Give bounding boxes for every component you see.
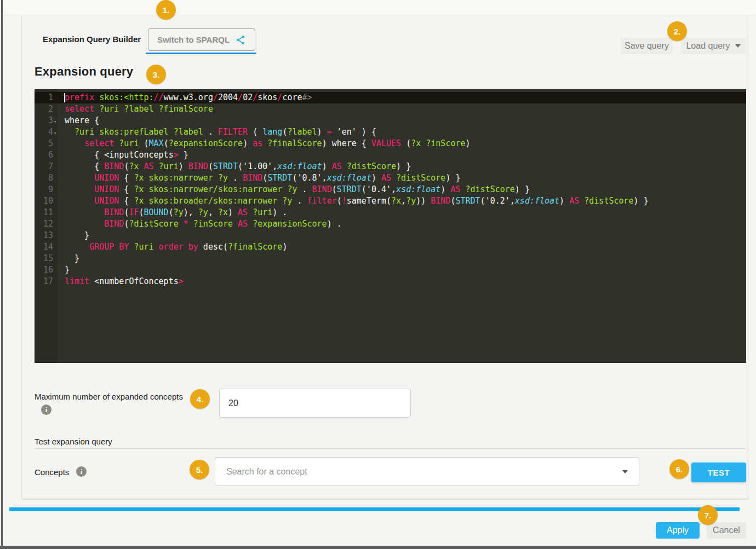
line-number: 7: [35, 161, 58, 172]
code-text: ?uri skos:prefLabel ?label . FILTER ( la…: [58, 126, 376, 138]
active-tab-underline: [146, 53, 256, 54]
load-query-label: Load query: [686, 41, 730, 51]
line-number: 11: [35, 207, 58, 218]
text-cursor: [64, 93, 65, 102]
code-line-5: 5 select ?uri (MAX(?expansionScore) as ?…: [35, 138, 746, 149]
code-text: GROUP BY ?uri order by desc(?finalScore): [58, 241, 287, 253]
fold-arrow-icon[interactable]: ▾: [54, 128, 56, 139]
share-icon: [235, 34, 246, 45]
annotation-badge-1: 1.: [156, 0, 176, 20]
code-line-17: 17limit <numberOfConcepts>: [35, 276, 746, 287]
code-text: select ?uri (MAX(?expansionScore) as ?fi…: [58, 138, 471, 149]
concepts-label: Concepts: [35, 467, 69, 477]
line-number: 2: [35, 103, 58, 115]
line-number: 14: [35, 241, 58, 253]
line-number: 5: [35, 138, 58, 149]
code-line-11: 11 BIND(IF(BOUND(?y), ?y, ?x) AS ?uri) .: [35, 207, 746, 218]
cancel-button[interactable]: Cancel: [707, 522, 746, 539]
blue-divider: [9, 507, 740, 511]
code-text: where {: [58, 115, 99, 126]
annotation-badge-7: 7.: [698, 505, 718, 525]
max-concepts-input[interactable]: [219, 389, 411, 418]
code-text: { BIND(?x AS ?uri) BIND(STRDT('1.00',xsd…: [58, 161, 411, 172]
line-number: 12: [35, 218, 58, 230]
code-line-7: 7 { BIND(?x AS ?uri) BIND(STRDT('1.00',x…: [35, 161, 746, 172]
line-number: 16: [35, 264, 58, 276]
switch-to-sparql-label: Switch to SPARQL: [157, 35, 230, 44]
test-section-title: Test expansion query: [35, 437, 112, 446]
code-text: }: [58, 230, 89, 241]
line-number: 1: [35, 92, 58, 103]
top-strip: [0, 0, 756, 15]
chevron-down-icon: [622, 470, 628, 473]
test-button[interactable]: TEST: [691, 463, 746, 482]
code-text: UNION { ?x skos:narrower ?y . BIND(STRDT…: [58, 172, 461, 184]
apply-button[interactable]: Apply: [656, 522, 700, 539]
line-number: 9: [35, 184, 58, 195]
code-text: UNION { ?x skos:broader/skos:narrower ?y…: [58, 195, 649, 207]
expansion-query-heading: Expansion query: [35, 65, 133, 79]
code-text: { <inputConcepts> }: [58, 149, 188, 161]
code-text: BIND(IF(BOUND(?y), ?y, ?x) AS ?uri) .: [58, 207, 287, 218]
code-line-16: 16}: [35, 264, 746, 276]
save-query-button[interactable]: Save query: [621, 38, 673, 54]
code-line-12: 12 BIND(?distScore * ?inScore AS ?expans…: [35, 218, 746, 230]
code-text: }: [58, 253, 79, 264]
section-divider: [35, 448, 746, 449]
code-line-1: 1prefix skos:<http://www.w3.org/2004/02/…: [35, 92, 746, 103]
info-icon[interactable]: i: [41, 404, 51, 415]
code-text: limit <numberOfConcepts>: [58, 276, 184, 287]
line-number: 13: [35, 230, 58, 241]
window-left-border: [1, 0, 3, 549]
code-line-6: 6 { <inputConcepts> }: [35, 149, 746, 161]
fold-arrow-icon[interactable]: ▾: [54, 116, 56, 128]
code-text: BIND(?distScore * ?inScore AS ?expansion…: [58, 218, 342, 230]
sparql-code-editor[interactable]: 1prefix skos:<http://www.w3.org/2004/02/…: [35, 89, 746, 363]
concept-search-select[interactable]: Search for a concept: [215, 457, 639, 486]
query-builder-panel: Expansion Query Builder Switch to SPARQL…: [22, 16, 748, 499]
code-line-8: 8 UNION { ?x skos:narrower ?y . BIND(STR…: [35, 172, 746, 184]
annotation-badge-6: 6.: [669, 459, 689, 479]
annotation-badge-4: 4.: [190, 389, 210, 409]
code-line-3: 3▾where {: [35, 115, 746, 126]
line-number: 17: [35, 276, 58, 287]
code-text: }: [58, 264, 70, 276]
code-text: prefix skos:<http://www.w3.org/2004/02/s…: [58, 92, 312, 103]
code-line-2: 2select ?uri ?label ?finalScore: [35, 103, 746, 115]
code-line-10: 10 UNION { ?x skos:broader/skos:narrower…: [35, 195, 746, 207]
line-number: 4▾: [35, 126, 58, 138]
code-line-9: 9 UNION { ?x skos:narrower/skos:narrower…: [35, 184, 746, 195]
window-bottom-border: [0, 546, 756, 549]
load-query-button[interactable]: Load query: [681, 38, 746, 54]
chevron-down-icon: [735, 44, 741, 48]
switch-to-sparql-button[interactable]: Switch to SPARQL: [148, 28, 255, 51]
annotation-badge-3: 3.: [146, 65, 166, 84]
code-line-13: 13 }: [35, 230, 746, 241]
builder-title: Expansion Query Builder: [43, 34, 141, 44]
info-icon[interactable]: i: [76, 466, 87, 477]
line-number: 10: [35, 195, 58, 207]
annotation-badge-5: 5.: [190, 460, 209, 479]
line-number: 6: [35, 149, 58, 161]
line-number: 15: [35, 253, 58, 264]
code-line-4: 4▾ ?uri skos:prefLabel ?label . FILTER (…: [35, 126, 746, 138]
line-number: 3▾: [35, 115, 58, 126]
max-concepts-label: Maximum number of expanded concepts: [35, 392, 183, 401]
code-line-14: 14 GROUP BY ?uri order by desc(?finalSco…: [35, 241, 746, 253]
line-number: 8: [35, 172, 58, 184]
code-line-15: 15 }: [35, 253, 746, 264]
code-text: UNION { ?x skos:narrower/skos:narrower ?…: [58, 184, 530, 195]
code-text: select ?uri ?label ?finalScore: [58, 103, 213, 115]
annotation-badge-2: 2.: [667, 21, 687, 41]
concept-search-placeholder: Search for a concept: [226, 467, 622, 477]
